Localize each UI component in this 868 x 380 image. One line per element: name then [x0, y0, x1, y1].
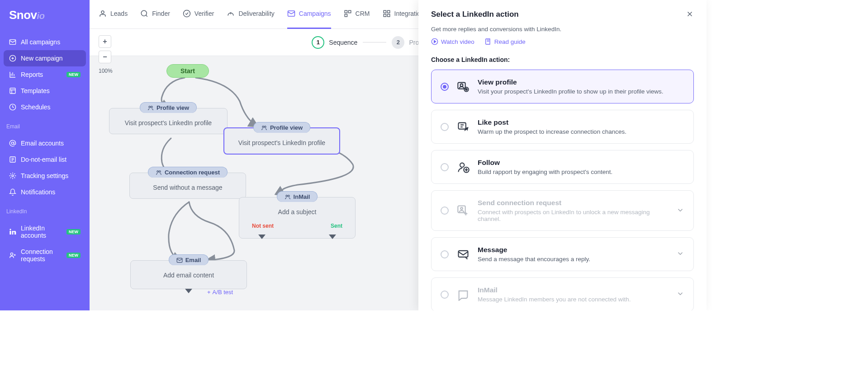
action-title: Send connection request — [478, 199, 668, 207]
action-follow[interactable]: Follow Build rapport by engaging with pr… — [431, 150, 694, 184]
svg-point-28 — [288, 195, 289, 197]
svg-point-23 — [262, 126, 264, 127]
sidebar-item-all-campaigns[interactable]: All campaigns — [4, 34, 86, 50]
top-campaigns[interactable]: Campaigns — [287, 0, 331, 29]
read-guide-link[interactable]: Read guide — [484, 38, 526, 45]
node-profile-view-1[interactable]: Profile view Visit prospect's LinkedIn p… — [109, 108, 228, 134]
check-circle-icon — [183, 9, 191, 18]
top-verifier[interactable]: Verifier — [183, 0, 214, 29]
watch-video-link[interactable]: Watch video — [431, 38, 474, 45]
node-start[interactable]: Start — [166, 64, 209, 78]
clock-icon — [9, 103, 16, 111]
step-label: Sequence — [329, 39, 357, 46]
action-like-post[interactable]: Like post Warm up the prospect to increa… — [431, 110, 694, 144]
plus-circle-icon — [9, 55, 16, 62]
svg-rect-7 — [9, 231, 11, 235]
action-desc: Connect with prospects on LinkedIn to un… — [478, 209, 668, 222]
sidebar-item-label: Notifications — [21, 188, 55, 196]
svg-rect-17 — [384, 10, 386, 13]
sidebar-item-linkedin-accounts[interactable]: LinkedIn accounts NEW — [4, 220, 86, 244]
svg-point-39 — [460, 207, 463, 210]
action-message[interactable]: Message Send a message that encourages a… — [431, 237, 694, 271]
logo: Snovio — [0, 0, 90, 30]
radio-button[interactable] — [441, 163, 449, 171]
like-icon — [457, 121, 470, 133]
envelope-icon — [287, 9, 295, 18]
svg-rect-2 — [10, 88, 15, 94]
user-plus-icon — [9, 252, 16, 259]
sidebar-item-notifications[interactable]: Notifications — [4, 184, 86, 200]
action-title: InMail — [478, 286, 668, 294]
sidebar-item-label: Templates — [21, 87, 50, 94]
template-icon — [9, 87, 16, 94]
svg-point-12 — [183, 10, 190, 17]
close-button[interactable] — [686, 10, 694, 20]
crm-icon — [344, 9, 352, 18]
svg-point-10 — [101, 11, 104, 14]
ab-test-button[interactable]: + A/B test — [207, 289, 233, 296]
radio-button[interactable] — [441, 291, 449, 299]
sidebar-item-label: Connection requests — [21, 248, 62, 263]
sidebar: Snovio All campaigns New campaign Report… — [0, 0, 90, 310]
radio-button[interactable] — [441, 83, 449, 91]
action-connection-request[interactable]: Send connection request Connect with pro… — [431, 190, 694, 231]
node-body: Visit prospect's LinkedIn profile — [109, 113, 227, 134]
node-profile-view-2[interactable]: Profile view Visit prospect's LinkedIn p… — [223, 127, 340, 155]
top-leads[interactable]: Leads — [99, 0, 128, 29]
node-output-sent: Sent — [331, 223, 342, 229]
link-label: Watch video — [441, 38, 474, 45]
sidebar-section-linkedin: LinkedIn — [0, 204, 90, 216]
node-body: Visit prospect's LinkedIn profile — [224, 133, 339, 154]
node-body: Add email content — [131, 265, 247, 286]
sidebar-section-email: Email — [0, 119, 90, 131]
chevron-down-icon — [676, 290, 684, 299]
sidebar-item-email-accounts[interactable]: Email accounts — [4, 135, 86, 151]
message-icon — [457, 248, 470, 261]
sidebar-item-new-campaign[interactable]: New campaign — [4, 50, 86, 66]
sidebar-item-tracking[interactable]: Tracking settings — [4, 168, 86, 184]
link-label: Read guide — [494, 38, 526, 45]
envelope-icon — [9, 38, 16, 46]
top-deliverability[interactable]: Deliverability — [227, 0, 274, 29]
node-email[interactable]: Email Add email content — [130, 260, 247, 289]
logo-main: Snov — [9, 8, 37, 22]
gauge-icon — [227, 9, 235, 18]
node-inmail[interactable]: InMail Add a subject Not sent Sent — [239, 197, 356, 239]
top-label: Campaigns — [299, 10, 331, 17]
svg-rect-20 — [384, 14, 386, 17]
sidebar-item-reports[interactable]: Reports NEW — [4, 66, 86, 83]
sidebar-item-label: Reports — [21, 71, 43, 78]
svg-point-6 — [12, 175, 14, 177]
radio-button[interactable] — [441, 250, 449, 258]
radio-button[interactable] — [441, 206, 449, 215]
sidebar-item-schedules[interactable]: Schedules — [4, 99, 86, 115]
radio-button[interactable] — [441, 123, 449, 131]
panel-section-title: Choose a LinkedIn action: — [431, 56, 694, 63]
plus-icon: + — [207, 289, 211, 296]
action-desc: Warm up the prospect to increase connect… — [478, 128, 684, 135]
node-header: Connection request — [148, 167, 228, 178]
sidebar-item-connection-requests[interactable]: Connection requests NEW — [4, 244, 86, 267]
node-connection-request[interactable]: Connection request Send without a messag… — [129, 173, 246, 199]
ab-test-label: A/B test — [213, 289, 233, 296]
action-desc: Send a message that encourages a reply. — [478, 256, 668, 263]
chevron-down-icon — [676, 206, 684, 216]
new-badge: NEW — [66, 253, 81, 258]
action-title: Follow — [478, 159, 684, 167]
sidebar-item-label: Tracking settings — [21, 172, 68, 179]
action-title: Like post — [478, 118, 684, 127]
step-number: 1 — [312, 36, 324, 49]
logo-suffix: io — [37, 11, 45, 21]
chart-icon — [9, 71, 16, 78]
step-sequence[interactable]: 1 Sequence — [312, 36, 357, 49]
top-finder[interactable]: Finder — [140, 0, 170, 29]
action-inmail[interactable]: InMail Message LinkedIn members you are … — [431, 277, 694, 310]
new-badge: NEW — [66, 229, 81, 235]
zoom-in-button[interactable]: + — [99, 35, 111, 48]
sidebar-item-label: All campaigns — [21, 38, 60, 46]
svg-point-34 — [465, 89, 467, 90]
action-view-profile[interactable]: View profile Visit your prospect's Linke… — [431, 70, 694, 103]
sidebar-item-templates[interactable]: Templates — [4, 83, 86, 99]
top-crm[interactable]: CRM — [344, 0, 370, 29]
sidebar-item-dne-list[interactable]: Do-not-email list — [4, 151, 86, 168]
